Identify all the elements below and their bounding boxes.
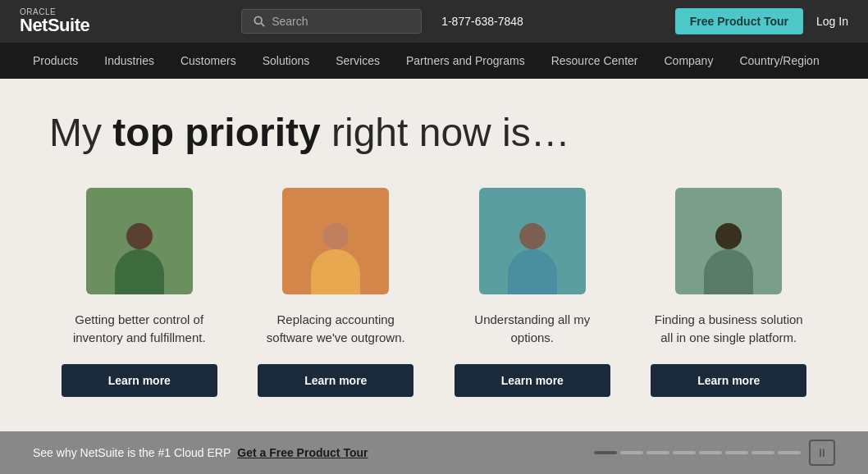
progress-dot-0[interactable] bbox=[594, 451, 617, 454]
card-description-3: Understanding all my options. bbox=[455, 311, 610, 348]
card-1: Getting better control of inventory and … bbox=[49, 188, 230, 397]
nav-item-customers[interactable]: Customers bbox=[167, 43, 249, 79]
learn-more-button-3[interactable]: Learn more bbox=[455, 364, 610, 397]
main-content: My top priority right now is… Getting be… bbox=[0, 79, 868, 431]
person-body-1 bbox=[115, 249, 164, 294]
pause-icon: ⏸ bbox=[816, 446, 828, 459]
progress-dot-5[interactable] bbox=[725, 451, 748, 454]
card-3: Understanding all my options. Learn more bbox=[442, 188, 623, 397]
card-4: Finding a business solution all in one s… bbox=[639, 188, 820, 397]
person-head-1 bbox=[126, 223, 153, 249]
progress-dot-3[interactable] bbox=[673, 451, 696, 454]
nav-item-products[interactable]: Products bbox=[20, 43, 91, 79]
logo-area: ORACLE NetSuite bbox=[20, 8, 89, 34]
person-body-4 bbox=[704, 249, 753, 294]
card-image-3 bbox=[479, 188, 586, 294]
nav-bar: ProductsIndustriesCustomersSolutionsServ… bbox=[0, 43, 868, 79]
hero-title-start: My bbox=[49, 111, 112, 154]
hero-title-bold: top priority bbox=[112, 111, 320, 154]
nav-item-partners-and-programs[interactable]: Partners and Programs bbox=[393, 43, 538, 79]
progress-dot-2[interactable] bbox=[646, 451, 669, 454]
nav-item-services[interactable]: Services bbox=[322, 43, 393, 79]
get-free-tour-link[interactable]: Get a Free Product Tour bbox=[237, 446, 368, 459]
learn-more-button-2[interactable]: Learn more bbox=[258, 364, 413, 397]
person-figure-1 bbox=[115, 223, 164, 294]
card-image-1 bbox=[86, 188, 193, 294]
card-image-2 bbox=[282, 188, 389, 294]
login-link[interactable]: Log In bbox=[816, 15, 848, 28]
search-icon bbox=[254, 16, 265, 27]
progress-dot-1[interactable] bbox=[620, 451, 643, 454]
person-figure-2 bbox=[311, 223, 360, 294]
card-description-4: Finding a business solution all in one s… bbox=[651, 311, 806, 348]
search-bar[interactable]: Search bbox=[241, 9, 422, 34]
learn-more-button-1[interactable]: Learn more bbox=[62, 364, 217, 397]
progress-dot-6[interactable] bbox=[752, 451, 774, 454]
pause-button[interactable]: ⏸ bbox=[809, 440, 835, 466]
nav-item-industries[interactable]: Industries bbox=[91, 43, 167, 79]
nav-item-company[interactable]: Company bbox=[651, 43, 726, 79]
hero-title: My top priority right now is… bbox=[49, 112, 819, 155]
person-body-2 bbox=[311, 249, 360, 294]
person-body-3 bbox=[508, 249, 557, 294]
bottom-bar: See why NetSuite is the #1 Cloud ERP Get… bbox=[0, 431, 868, 474]
progress-dot-4[interactable] bbox=[699, 451, 722, 454]
person-head-2 bbox=[322, 223, 349, 249]
nav-item-resource-center[interactable]: Resource Center bbox=[538, 43, 651, 79]
free-tour-button[interactable]: Free Product Tour bbox=[675, 8, 803, 34]
netsuite-label: NetSuite bbox=[20, 16, 89, 34]
svg-line-1 bbox=[261, 23, 264, 26]
person-head-3 bbox=[519, 223, 546, 249]
learn-more-button-4[interactable]: Learn more bbox=[651, 364, 806, 397]
person-head-4 bbox=[715, 223, 742, 249]
card-description-1: Getting better control of inventory and … bbox=[62, 311, 217, 348]
progress-dots bbox=[594, 451, 801, 454]
nav-item-solutions[interactable]: Solutions bbox=[249, 43, 323, 79]
phone-number: 1-877-638-7848 bbox=[441, 15, 523, 28]
card-2: Replacing accounting software we've outg… bbox=[246, 188, 427, 397]
top-header: ORACLE NetSuite Search 1-877-638-7848 Fr… bbox=[0, 0, 868, 43]
search-placeholder: Search bbox=[272, 15, 308, 28]
cards-row: Getting better control of inventory and … bbox=[49, 188, 819, 397]
card-description-2: Replacing accounting software we've outg… bbox=[258, 311, 413, 348]
person-figure-4 bbox=[704, 223, 753, 294]
hero-title-end: right now is… bbox=[321, 111, 570, 154]
progress-area: ⏸ bbox=[594, 440, 835, 466]
progress-dot-7[interactable] bbox=[778, 451, 801, 454]
header-right: Free Product Tour Log In bbox=[675, 8, 848, 34]
card-image-4 bbox=[675, 188, 782, 294]
nav-item-country/region[interactable]: Country/Region bbox=[726, 43, 832, 79]
bottom-static-text: See why NetSuite is the #1 Cloud ERP bbox=[33, 446, 231, 459]
person-figure-3 bbox=[508, 223, 557, 294]
bottom-bar-text: See why NetSuite is the #1 Cloud ERP Get… bbox=[33, 446, 368, 459]
header-center: Search 1-877-638-7848 bbox=[241, 9, 523, 34]
svg-point-0 bbox=[254, 16, 262, 24]
